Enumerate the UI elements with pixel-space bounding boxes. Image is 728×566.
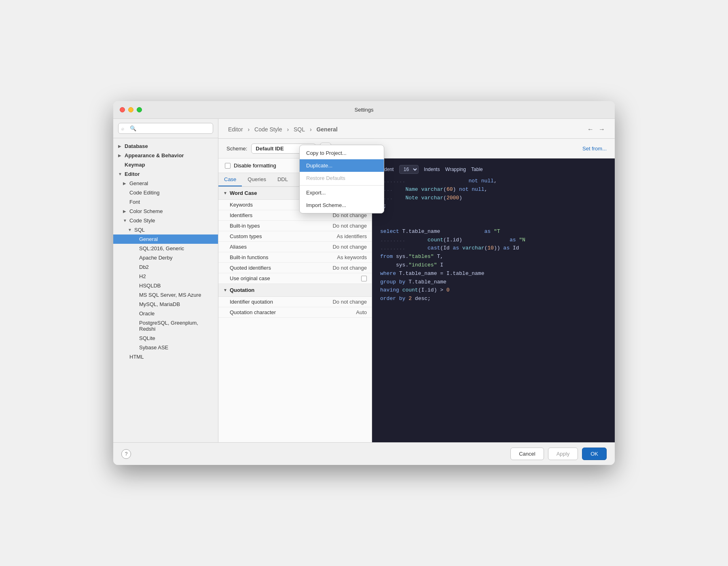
setting-row-custom-types: Custom types As identifiers xyxy=(218,231,372,242)
ok-button[interactable]: OK xyxy=(582,448,607,460)
code-line: sys."indices" I xyxy=(380,261,607,270)
setting-row-identifier-quotation: Identifier quotation Do not change xyxy=(218,297,372,307)
panel-header: Editor › Code Style › SQL › General ← → xyxy=(218,119,615,139)
arrow-icon xyxy=(133,336,138,340)
sidebar-item-mysql[interactable]: MySQL, MariaDB xyxy=(113,300,218,309)
sidebar-item-label: HSQLDB xyxy=(139,283,213,289)
breadcrumb-part1: Editor xyxy=(228,126,243,133)
sidebar-item-postgresql[interactable]: PostgreSQL, Greenplum, Redshi xyxy=(113,318,218,334)
sidebar-item-font[interactable]: Font xyxy=(113,197,218,207)
sidebar-item-label: SQLite xyxy=(139,335,213,341)
dropdown-item-copy-to-project[interactable]: Copy to Project... xyxy=(300,147,384,159)
sidebar-item-sql2016[interactable]: SQL:2016, Generic xyxy=(113,244,218,253)
sidebar-item-editor[interactable]: ▼ Editor xyxy=(113,169,218,179)
nav-arrows: ← → xyxy=(586,125,607,134)
settings-scroll: ▼ Word Case Keywords Do not change Ident… xyxy=(218,187,372,442)
scheme-label: Scheme: xyxy=(226,146,247,152)
sidebar-item-label: General xyxy=(139,236,213,242)
arrow-icon xyxy=(118,163,124,167)
sidebar-item-label: HTML xyxy=(129,354,213,360)
search-wrapper: ⌕ xyxy=(118,123,213,134)
sidebar-item-html[interactable]: HTML xyxy=(113,352,218,361)
arrow-icon xyxy=(133,246,138,251)
code-line: order by 2 desc; xyxy=(380,295,607,303)
window-title: Settings xyxy=(355,107,374,113)
dropdown-item-import-scheme[interactable]: Import Scheme... xyxy=(300,199,384,211)
sidebar-item-label: Font xyxy=(129,199,213,205)
setting-name: Quotation character xyxy=(230,309,356,315)
sidebar-item-h2[interactable]: H2 xyxy=(113,272,218,281)
panel-body: Disable formatting Case Queries DDL Code… xyxy=(218,158,615,442)
sidebar-item-label: Keymap xyxy=(125,162,213,168)
sidebar-item-label: Color Scheme xyxy=(129,208,213,214)
close-button[interactable] xyxy=(120,107,125,112)
breadcrumb-part3: SQL xyxy=(294,126,305,133)
sidebar-item-label: Apache Derby xyxy=(139,255,213,261)
setting-row-quoted-identifiers: Quoted identifiers Do not change xyxy=(218,263,372,273)
section-title: Quotation xyxy=(230,287,254,293)
code-line: having count(I.id) > 0 xyxy=(380,286,607,295)
indents-label: Indents xyxy=(424,167,440,172)
minimize-button[interactable] xyxy=(128,107,133,112)
breadcrumb: Editor › Code Style › SQL › General xyxy=(226,126,339,133)
right-panel: Editor › Code Style › SQL › General ← → … xyxy=(218,119,615,442)
sidebar-item-label: Database xyxy=(125,143,213,149)
arrow-icon xyxy=(133,256,138,260)
sidebar-item-color-scheme[interactable]: ▶ Color Scheme xyxy=(113,207,218,216)
sidebar-item-label: Db2 xyxy=(139,264,213,270)
tab-ddl[interactable]: DDL xyxy=(272,173,294,186)
sidebar-item-general[interactable]: ▶ General xyxy=(113,179,218,188)
arrow-icon: ▼ xyxy=(123,218,129,223)
sidebar-item-mssql[interactable]: MS SQL Server, MS Azure xyxy=(113,290,218,300)
sidebar-item-hsqldb[interactable]: HSQLDB xyxy=(113,281,218,290)
disable-formatting-checkbox[interactable] xyxy=(225,163,231,169)
sidebar: ⌕ ▶ Database ▶ Appearance & Behavior Key… xyxy=(113,119,218,442)
search-input[interactable] xyxy=(118,123,213,134)
dropdown-item-export[interactable]: Export... xyxy=(300,186,384,199)
sidebar-item-label: General xyxy=(129,180,213,186)
tab-queries[interactable]: Queries xyxy=(242,173,272,186)
arrow-icon xyxy=(133,311,138,316)
help-button[interactable]: ? xyxy=(121,449,131,459)
sidebar-item-label: Oracle xyxy=(139,310,213,317)
bottom-bar: ? Cancel Apply OK xyxy=(113,442,615,465)
bottom-buttons: Cancel Apply OK xyxy=(510,448,607,460)
tab-case[interactable]: Case xyxy=(218,173,242,186)
sidebar-item-label: PostgreSQL, Greenplum, Redshi xyxy=(139,320,213,332)
sidebar-item-apache-derby[interactable]: Apache Derby xyxy=(113,253,218,262)
code-line: where T.table_name = I.table_name xyxy=(380,270,607,278)
code-line: ........ cast(Id as varchar(10)) as Id xyxy=(380,244,607,253)
nav-tree: ▶ Database ▶ Appearance & Behavior Keyma… xyxy=(113,138,218,442)
section-arrow-icon: ▼ xyxy=(223,191,227,195)
sidebar-item-code-editing[interactable]: Code Editing xyxy=(113,188,218,197)
apply-button[interactable]: Apply xyxy=(548,448,578,460)
use-original-case-checkbox[interactable] xyxy=(361,276,367,281)
sidebar-item-label: SQL xyxy=(134,227,213,233)
indent-select[interactable]: 16 xyxy=(399,165,419,174)
code-line: ........ not null, xyxy=(380,177,607,186)
dropdown-item-restore-defaults[interactable]: Restore Defaults xyxy=(300,172,384,184)
sidebar-item-db2[interactable]: Db2 xyxy=(113,262,218,272)
sidebar-item-sybase[interactable]: Sybase ASE xyxy=(113,343,218,352)
sidebar-item-sql-general[interactable]: General xyxy=(113,234,218,244)
sidebar-item-sqlite[interactable]: SQLite xyxy=(113,334,218,343)
setting-name: Custom types xyxy=(230,233,337,239)
quotation-section-header[interactable]: ▼ Quotation xyxy=(218,284,372,297)
cancel-button[interactable]: Cancel xyxy=(510,448,544,460)
set-from-link[interactable]: Set from... xyxy=(582,146,607,152)
back-button[interactable]: ← xyxy=(586,125,595,134)
sidebar-item-sql[interactable]: ▼ SQL xyxy=(113,225,218,234)
sidebar-item-code-style[interactable]: ▼ Code Style xyxy=(113,216,218,225)
forward-button[interactable]: → xyxy=(597,125,607,134)
sidebar-item-oracle[interactable]: Oracle xyxy=(113,309,218,318)
maximize-button[interactable] xyxy=(137,107,142,112)
search-bar: ⌕ xyxy=(113,119,218,138)
breadcrumb-sep3: › xyxy=(310,126,312,133)
code-line: ); xyxy=(380,202,607,211)
setting-name: Built-in types xyxy=(230,223,332,229)
sidebar-item-database[interactable]: ▶ Database xyxy=(113,142,218,151)
dropdown-item-duplicate[interactable]: Duplicate... xyxy=(300,159,384,172)
sidebar-item-appearance[interactable]: ▶ Appearance & Behavior xyxy=(113,151,218,160)
arrow-icon xyxy=(133,293,138,297)
sidebar-item-keymap[interactable]: Keymap xyxy=(113,160,218,169)
